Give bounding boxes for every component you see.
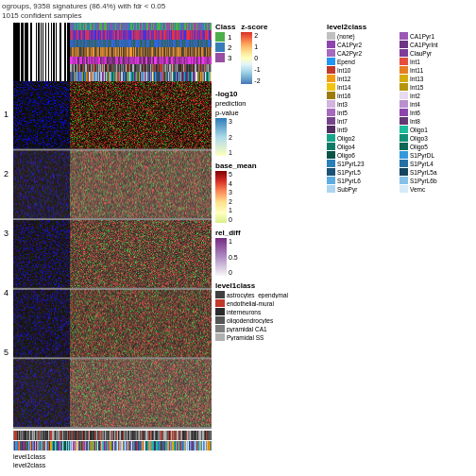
level2class-swatch <box>327 151 335 159</box>
level2class-swatch <box>327 32 335 40</box>
level2class-label: Epend <box>337 59 355 65</box>
level2class-swatch <box>400 66 408 74</box>
level2class-label: Oligo2 <box>337 135 355 142</box>
level2class-swatch <box>327 100 335 108</box>
level2class-swatch <box>400 58 408 65</box>
level1class-item: astrocytes_ependymal <box>215 291 319 298</box>
reldiff-gradient-row: 1 0.5 0 <box>215 238 319 276</box>
reldiff-gradient-bar <box>215 238 227 276</box>
level2class-swatch <box>400 32 408 40</box>
class-swatch-1 <box>215 32 225 42</box>
level2class-label: SubPyr <box>337 186 357 193</box>
level2class-item: SubPyr <box>327 185 396 193</box>
level2class-item: Int3 <box>327 100 396 108</box>
level2class-item: Int7 <box>327 117 396 125</box>
basemean-gradient-row: 5 4 3 2 1 0 <box>215 171 319 223</box>
level2class-label: Int7 <box>337 118 348 125</box>
level2class-label: Int14 <box>337 84 350 91</box>
level2class-swatch <box>327 41 335 48</box>
level2class-item: Int10 <box>327 66 396 74</box>
level2class-swatch <box>327 168 335 176</box>
level2class-swatch <box>327 66 335 74</box>
level2class-swatch <box>327 83 335 91</box>
row-label-4: 4 <box>4 288 8 298</box>
level2class-label: Int2 <box>410 93 420 99</box>
level2class-item: Int9 <box>327 126 396 133</box>
level2class-label: Int15 <box>410 84 423 91</box>
level2class-item: S1PyrL4 <box>400 160 468 167</box>
pvalue-gradient-row: 3 2 1 <box>215 118 319 156</box>
level2class-swatch <box>327 109 335 116</box>
level2class-swatch <box>327 126 335 133</box>
level1class-swatch <box>215 291 225 298</box>
level2class-item: S1PyrL23 <box>327 160 396 167</box>
level2class-swatch <box>400 41 408 48</box>
zscore-gradient-row: 2 1 0 -1 -2 <box>241 32 267 84</box>
level2class-item: Int4 <box>400 100 468 108</box>
level2class-swatch <box>400 126 408 133</box>
level2class-item: Int15 <box>400 83 468 91</box>
level2class-swatch <box>400 160 408 167</box>
basemean-labels: 5 4 3 2 1 0 <box>229 171 232 223</box>
level2class-label: Int3 <box>337 101 348 108</box>
class-label-2: 2 <box>228 43 231 52</box>
level2class-label: S1PyrL5a <box>410 169 437 176</box>
level1class-item: oligodendrocytes <box>215 316 319 324</box>
level2class-label: S1PyrL5 <box>337 169 361 176</box>
level2class-label: S1PyrL6b <box>410 178 437 184</box>
level2class-swatch <box>400 117 408 125</box>
level2class-label: CA1PyrInt <box>410 42 438 48</box>
level2class-label: Int16 <box>337 93 350 99</box>
level2class-swatch <box>327 49 335 57</box>
level2class-item: Oligo6 <box>327 151 396 159</box>
level2class-label: level2class <box>13 462 45 468</box>
class-label-3: 3 <box>228 54 231 62</box>
reldiff-title: rel_diff <box>215 229 319 237</box>
level2class-item: Int6 <box>400 109 468 116</box>
level2class-label: S1PyrDL <box>410 152 434 159</box>
level2class-item: S1PyrL6b <box>400 177 468 184</box>
class-swatch-2 <box>215 42 225 52</box>
level2class-label: S1PyrL6 <box>337 178 361 184</box>
row-label-2: 2 <box>4 169 8 178</box>
level2class-label: Int13 <box>410 76 423 82</box>
level2class-item: Int16 <box>327 92 396 99</box>
level2class-swatch <box>400 49 408 57</box>
left-legend-col: Class 123 z-score 2 1 0 -1 -2 <box>215 23 319 342</box>
basemean-gradient-bar <box>215 171 227 223</box>
level1class-swatch <box>215 316 225 324</box>
level2class-item: Int14 <box>327 83 396 91</box>
class-item-3: 3 <box>215 53 235 62</box>
level2class-swatch <box>327 58 335 65</box>
level1class-item: endothelial-mural <box>215 299 319 307</box>
level2class-item: S1PyrDL <box>400 151 468 159</box>
level2class-label: Int1 <box>410 59 420 65</box>
level2class-legend: level2class (none)CA1Pyr1CA1Pyr2CA1PyrIn… <box>327 23 468 342</box>
heatmap-canvas <box>13 23 212 457</box>
level2class-swatch <box>327 75 335 82</box>
level2class-item: Oligo4 <box>327 143 396 150</box>
level2class-label: Oligo6 <box>337 152 355 159</box>
level2class-item: ClauPyr <box>400 49 468 57</box>
level2class-swatch <box>400 151 408 159</box>
level2class-items: (none)CA1Pyr1CA1Pyr2CA1PyrIntCA2Pyr2Clau… <box>327 32 468 193</box>
level2class-swatch <box>400 100 408 108</box>
level2class-swatch <box>327 143 335 150</box>
level2class-item: (none) <box>327 32 396 40</box>
pvalue-label: p-value <box>215 109 319 117</box>
level2class-label: ClauPyr <box>410 50 432 57</box>
level2class-swatch <box>400 134 408 142</box>
row-label-5: 5 <box>4 348 8 357</box>
level1class-swatch <box>215 308 225 315</box>
class-zscore-section: Class 123 z-score 2 1 0 -1 -2 <box>215 23 319 84</box>
level1class-swatch <box>215 333 225 341</box>
level2class-item: Int8 <box>400 117 468 125</box>
level2class-label: Int9 <box>337 127 348 133</box>
level1class-item: interneurons <box>215 308 319 315</box>
level2class-label: Int11 <box>410 67 423 74</box>
level2class-label: Oligo3 <box>410 135 428 142</box>
subtitle-text: 1015 confident samples <box>2 11 82 20</box>
class-item-1: 1 <box>215 32 235 42</box>
level2class-item: Epend <box>327 58 396 65</box>
level2class-item: Int13 <box>400 75 468 82</box>
